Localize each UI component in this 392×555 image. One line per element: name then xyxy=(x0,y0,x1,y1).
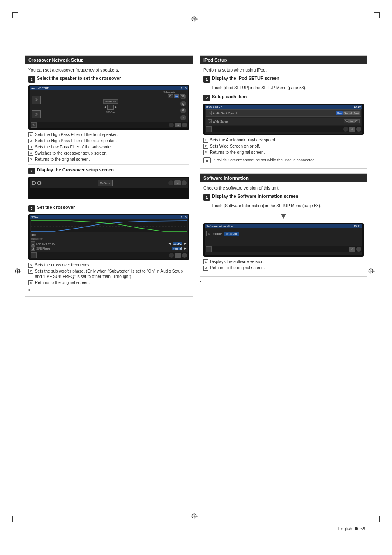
xover-screen-time: 10:10 xyxy=(179,216,187,219)
crossover-step1-header: 1 Select the speaker to set the crossove… xyxy=(28,76,189,83)
slow-btn[interactable]: Slow xyxy=(336,111,343,115)
crossover-section-body: You can set a crossover frequency of spe… xyxy=(25,64,193,296)
audio-setup-screen-time: 10:10 xyxy=(179,87,187,90)
wide-screen-circle: ② xyxy=(208,119,212,123)
sw-item2-text: Returns to the original screen. xyxy=(210,265,265,271)
step-divider-1 xyxy=(28,164,189,165)
software-section-title: Software Information xyxy=(203,176,249,180)
sw-item1: 1 Displays the software version. xyxy=(203,259,364,264)
lpf-freq-label: LPF SUB FREQ xyxy=(36,242,57,245)
ipod-item3-num: 3 xyxy=(203,150,208,155)
note-text: • "Wide Screen" cannot be set while the … xyxy=(214,157,316,162)
step1-item2-num: 2 xyxy=(28,139,33,143)
step1-item5: 5 Returns to the original screen. xyxy=(28,157,189,162)
step3-item8-num: 8 xyxy=(28,280,33,285)
subwoofer-label: Subwoofer xyxy=(31,238,187,240)
sub-phase-label: SUB Phase xyxy=(36,247,57,250)
ipod-section-header: iPod Setup xyxy=(200,56,367,64)
step1-item2-text: Sets the High Pass Filter of the rear sp… xyxy=(35,138,117,143)
sw-version-row: ① Version xx.xx.xx xyxy=(206,231,361,236)
phase-right-arrow[interactable]: ► xyxy=(184,247,187,250)
sw-info-inner: Software Information 10:11 ① Version xx.… xyxy=(205,224,362,255)
ipod-step1-header: 1 Display the iPod SETUP screen xyxy=(203,76,364,83)
crossover-section-header: Crossover Network Setup xyxy=(25,56,193,64)
crossover-bullet: • xyxy=(28,288,189,292)
ipod-setup-section: iPod Setup Performs setup when using iPo… xyxy=(200,56,367,169)
freq-val: 120Hz xyxy=(173,242,182,245)
step1-item5-num: 5 xyxy=(28,157,33,162)
crossover-step3-header: 3 Set the crossover xyxy=(28,205,189,212)
ipod-step2-title: Setup each item xyxy=(212,94,247,99)
freq-arrows: ◄ 120Hz ► xyxy=(168,242,187,245)
sw-screen-title: Software Information xyxy=(206,225,233,228)
step3-item8: 8 Returns to the original screen. xyxy=(28,280,189,285)
sw-item1-num: 1 xyxy=(203,259,208,264)
sub-phase-circle: ② xyxy=(31,246,35,251)
step1-title: Select the speaker to set the crossover xyxy=(37,76,121,81)
sw-item2-num: 2 xyxy=(203,266,208,271)
ipod-setup-screen: iPod SETUP 10:10 ① Audio Book Speed Slow… xyxy=(203,104,364,135)
xover-inner: ⚙⚙ X-Over ↺ xyxy=(30,178,188,188)
sub-phase-val: Normal xyxy=(172,247,183,250)
crossover-title: Crossover Network Setup xyxy=(28,58,83,62)
step3-list: 6 Sets the cross over frequency. 7 Sets … xyxy=(28,262,189,285)
lpf-freq-row: ① LPF SUB FREQ ◄ 120Hz ► xyxy=(31,241,187,246)
audio-setup-topbar: Audio SETUP 10:10 xyxy=(30,86,188,90)
ipod-item3: 3 Returns to the original screen. xyxy=(203,150,364,155)
step1-item4: 4 Switches to the crossover setup screen… xyxy=(28,150,189,156)
step1-list: 1 Sets the High Pass Filter of the front… xyxy=(28,132,189,162)
freq-controls: LPF Subwoofer ① LPF SUB FREQ ◄ 120Hz xyxy=(30,233,188,252)
right-bullet: • xyxy=(200,279,367,284)
xover-detail-inner: X'Over 10:10 xyxy=(30,215,188,259)
footer-page-number: 59 xyxy=(360,526,365,531)
freq-right-arrow[interactable]: ► xyxy=(184,242,187,245)
crosshair-right: ⊕ xyxy=(368,266,378,276)
ipod-item2-num: 2 xyxy=(203,144,208,149)
sw-step1-header: 1 Display the Software Information scree… xyxy=(203,194,364,201)
note-icon: ≣ xyxy=(203,157,211,163)
crosshair-left: ⊕ xyxy=(14,266,24,276)
corner-mark-bl xyxy=(12,516,18,522)
ipod-screen-nav: ③ xyxy=(205,126,362,132)
sw-step1-detail: Touch [Software Information] in the SETU… xyxy=(212,203,364,209)
ipod-step2-list: 1 Sets the Audiobook playback speed. 2 S… xyxy=(203,137,364,155)
crossover-intro: You can set a crossover frequency of spe… xyxy=(28,67,189,72)
page-footer: English 59 xyxy=(338,526,365,531)
sw-screen-nav: ② xyxy=(205,246,362,252)
ipod-item2: 2 Sets Wide Screen on or off. xyxy=(203,143,364,149)
step2-num: 2 xyxy=(28,168,35,174)
normal-btn[interactable]: Normal xyxy=(343,111,353,115)
sw-step1-num: 1 xyxy=(203,194,210,201)
audio-setup-inner: Audio SETUP 10:10 Subwoofer On to Off xyxy=(30,86,188,128)
fast-btn[interactable]: Fast xyxy=(353,111,360,115)
footer-language: English xyxy=(338,526,352,531)
step1-item4-num: 4 xyxy=(28,151,33,156)
freq-curve-svg xyxy=(31,220,187,232)
sw-step1-title: Display the Software Information screen xyxy=(212,194,298,199)
step3-title: Set the crossover xyxy=(37,205,75,210)
lpf-label: LPF xyxy=(31,234,187,237)
wide-screen-toggle: On to Off xyxy=(344,119,360,123)
ipod-setup-inner: iPod SETUP 10:10 ① Audio Book Speed Slow… xyxy=(205,105,362,134)
ipod-step1-title: Display the iPod SETUP screen xyxy=(212,76,279,81)
crosshair-top: ⊕ xyxy=(191,14,201,24)
speed-btns: Slow Normal Fast xyxy=(336,111,360,115)
sw-spacer xyxy=(205,238,362,246)
sw-list: 1 Displays the software version. 2 Retur… xyxy=(203,259,364,271)
crossover-step2-header: 2 Display the Crossover setup screen xyxy=(28,167,189,174)
freq-left-arrow[interactable]: ◄ xyxy=(168,242,171,245)
ipod-step1-num: 1 xyxy=(203,76,210,83)
step1-item3: 3 Sets the Low Pass Filter of the sub wo… xyxy=(28,144,189,150)
step3-item6: 6 Sets the cross over frequency. xyxy=(28,262,189,268)
step1-item4-text: Switches to the crossover setup screen. xyxy=(35,150,108,156)
audio-setup-screen: Audio SETUP 10:10 Subwoofer On to Off xyxy=(28,85,189,130)
ipod-setup-topbar: iPod SETUP 10:10 xyxy=(205,105,362,109)
step1-item2: 2 Sets the High Pass Filter of the rear … xyxy=(28,138,189,143)
xover-detail-topbar: X'Over 10:10 xyxy=(30,215,188,219)
audio-setup-screen-title: Audio SETUP xyxy=(31,87,49,90)
audiobook-circle: ① xyxy=(208,111,212,115)
sw-info-content: ① Version xx.xx.xx xyxy=(205,228,362,238)
step-divider-2 xyxy=(28,202,189,202)
step3-item6-text: Sets the cross over frequency. xyxy=(35,262,90,268)
software-section-header: Software Information xyxy=(200,174,367,182)
